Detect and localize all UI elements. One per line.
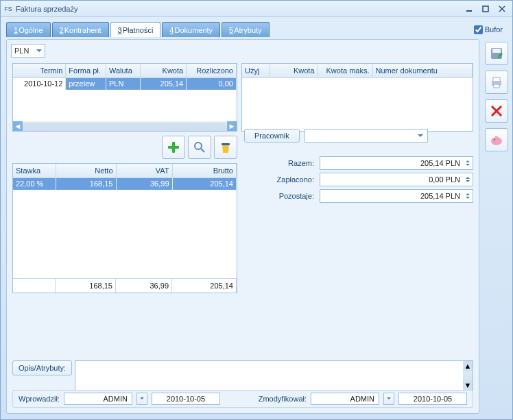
tab-dokumenty[interactable]: 4 Dokumenty xyxy=(162,22,220,37)
zaplacono-value[interactable]: 0,00 PLN xyxy=(320,173,473,186)
scroll-down-icon[interactable]: ▼ xyxy=(463,380,473,390)
cell-brutto[interactable]: 205,14 xyxy=(172,177,237,190)
col-vat[interactable]: VAT xyxy=(116,164,172,177)
col-waluta[interactable]: Waluta xyxy=(106,64,141,77)
svg-rect-15 xyxy=(168,146,179,149)
razem-value[interactable]: 205,14 PLN xyxy=(320,156,473,170)
tab-platnosci[interactable]: 3 Płatności xyxy=(110,22,161,37)
scroll-left-icon[interactable]: ◄ xyxy=(13,121,23,131)
spin-down-icon[interactable] xyxy=(464,180,472,185)
action-buttons xyxy=(12,136,237,159)
svg-rect-0 xyxy=(466,10,472,12)
col-numer[interactable]: Numer dokumentu xyxy=(372,64,473,77)
print-button[interactable] xyxy=(485,71,508,94)
spin-down-icon[interactable] xyxy=(464,163,472,169)
col-uzyj[interactable]: Użyj xyxy=(242,64,270,77)
search-button[interactable] xyxy=(188,136,211,159)
cell-kwota[interactable]: 205,14 xyxy=(141,77,187,90)
cell-termin[interactable]: 2010-10-12 xyxy=(13,77,66,90)
svg-rect-13 xyxy=(495,136,498,138)
docs-header-row: Użyj Kwota Kwota maks. Numer dokumentu xyxy=(242,64,473,77)
scroll-track[interactable] xyxy=(23,123,226,129)
delete-button[interactable] xyxy=(485,99,508,123)
pracownik-dropdown[interactable] xyxy=(305,129,428,143)
zaplacono-label: Zapłacono: xyxy=(244,175,320,184)
scroll-track[interactable] xyxy=(463,371,473,380)
zmodyfikowal-dropdown[interactable] xyxy=(383,393,394,405)
spin-down-icon[interactable] xyxy=(464,196,472,201)
description-vscroll[interactable]: ▲ ▼ xyxy=(463,361,473,390)
description-row: Opis/Atrybuty: ▲ ▼ xyxy=(12,360,473,391)
cell-forma[interactable]: przelew xyxy=(66,77,106,90)
right-toolbar xyxy=(485,42,508,151)
payments-grid[interactable]: Termin Forma pł. Waluta Kwota Rozliczono… xyxy=(12,63,237,132)
col-kwmaks[interactable]: Kwota maks. xyxy=(318,64,372,77)
vat-grid[interactable]: Stawka Netto VAT Brutto 22,00 % 168,15 3… xyxy=(12,163,237,293)
vat-footer: 168,15 36,99 205,14 xyxy=(13,278,237,293)
pracownik-button-label[interactable]: Pracownik xyxy=(244,129,300,143)
footer-netto: 168,15 xyxy=(56,279,116,293)
vat-header-row: Stawka Netto VAT Brutto xyxy=(13,164,237,177)
bufor-checkbox[interactable] xyxy=(474,25,483,34)
spin-up-icon[interactable] xyxy=(464,174,472,180)
vat-row[interactable]: 22,00 % 168,15 36,99 205,14 xyxy=(13,177,237,190)
col-forma[interactable]: Forma pł. xyxy=(66,64,106,77)
add-button[interactable] xyxy=(162,136,185,159)
col-kwota[interactable]: Kwota xyxy=(141,64,187,77)
spin-up-icon[interactable] xyxy=(464,190,472,196)
bufor-checkbox-wrap[interactable]: Bufor xyxy=(474,25,503,34)
razem-label: Razem: xyxy=(244,159,320,167)
minimize-button[interactable] xyxy=(462,3,477,15)
tab-atrybuty[interactable]: 5 Atrybuty xyxy=(222,22,269,37)
zmodyfikowal-user: ADMIN xyxy=(311,393,379,405)
payments-header-row: Termin Forma pł. Waluta Kwota Rozliczono xyxy=(13,64,237,77)
wprowadzil-user: ADMIN xyxy=(64,393,132,405)
footer-brutto: 205,14 xyxy=(172,279,237,293)
wprowadzil-date: 2010-10-05 xyxy=(152,393,220,405)
col-termin[interactable]: Termin xyxy=(13,64,66,77)
col-rozliczono[interactable]: Rozliczono xyxy=(187,64,237,77)
col-stawka[interactable]: Stawka xyxy=(13,164,56,177)
tab-kontrahent[interactable]: 2 Kontrahent xyxy=(52,22,109,37)
svg-rect-8 xyxy=(494,84,499,88)
currency-select[interactable]: PLN xyxy=(11,44,45,58)
footer-vat: 36,99 xyxy=(116,279,172,293)
pozostaje-value[interactable]: 205,14 PLN xyxy=(320,189,473,203)
zmodyfikowal-label: Zmodyfikował: xyxy=(259,395,307,403)
scroll-up-icon[interactable]: ▲ xyxy=(463,361,473,371)
spin-up-icon[interactable] xyxy=(464,158,472,163)
wprowadzil-dropdown[interactable] xyxy=(136,393,147,405)
footer-bar: Wprowadził: ADMIN 2010-10-05 Zmodyfikowa… xyxy=(12,390,473,408)
piggybank-button[interactable] xyxy=(485,128,508,151)
save-button[interactable] xyxy=(485,42,508,65)
documents-grid[interactable]: Użyj Kwota Kwota maks. Numer dokumentu xyxy=(241,63,473,132)
cell-rozliczono[interactable]: 0,00 xyxy=(187,77,237,90)
description-textarea[interactable]: ▲ ▼ xyxy=(75,360,473,391)
svg-rect-7 xyxy=(493,77,500,82)
col-brutto[interactable]: Brutto xyxy=(172,164,237,177)
cell-netto[interactable]: 168,15 xyxy=(56,177,116,190)
trash-button[interactable] xyxy=(214,136,237,159)
svg-rect-18 xyxy=(222,143,230,145)
close-button[interactable] xyxy=(494,3,510,15)
tab-strip: 1 Ogólne 2 Kontrahent 3 Płatności 4 Doku… xyxy=(6,21,507,38)
payments-hscroll[interactable]: ◄ ► xyxy=(13,121,237,131)
content-panel: PLN Termin Forma pł. Waluta Kwota Rozlic… xyxy=(6,39,479,414)
cell-vat[interactable]: 36,99 xyxy=(116,177,172,190)
maximize-button[interactable] xyxy=(478,3,493,15)
description-label[interactable]: Opis/Atrybuty: xyxy=(12,360,72,375)
svg-rect-1 xyxy=(483,6,488,12)
col-kwota2[interactable]: Kwota xyxy=(270,64,318,77)
wprowadzil-label: Wprowadził: xyxy=(19,395,60,403)
svg-point-16 xyxy=(195,143,202,149)
pozostaje-label: Pozostaje: xyxy=(244,192,320,200)
upper-grids: Termin Forma pł. Waluta Kwota Rozliczono… xyxy=(12,63,473,132)
cell-stawka[interactable]: 22,00 % xyxy=(13,177,56,190)
zmodyfikowal-date: 2010-10-05 xyxy=(398,393,467,405)
payments-row[interactable]: 2010-10-12 przelew PLN 205,14 0,00 xyxy=(13,77,237,90)
cell-waluta[interactable]: PLN xyxy=(106,77,141,90)
col-netto[interactable]: Netto xyxy=(56,164,116,177)
tab-ogolne[interactable]: 1 Ogólne xyxy=(6,22,51,37)
scroll-right-icon[interactable]: ► xyxy=(227,121,237,131)
bufor-label: Bufor xyxy=(485,25,503,34)
